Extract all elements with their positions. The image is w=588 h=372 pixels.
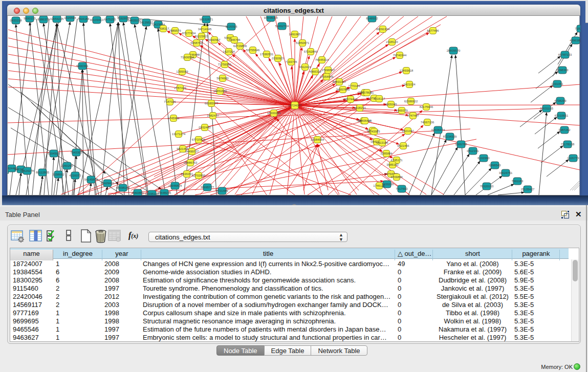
- svg-text:9912419: 9912419: [299, 65, 311, 69]
- svg-text:71906594: 71906594: [181, 56, 194, 59]
- svg-text:7917693: 7917693: [396, 187, 408, 190]
- svg-text:73178108: 73178108: [561, 143, 575, 146]
- svg-text:67737826: 67737826: [192, 138, 206, 141]
- svg-text:4966319: 4966319: [309, 70, 321, 73]
- svg-text:87234309: 87234309: [443, 135, 457, 138]
- svg-text:1399049: 1399049: [176, 70, 188, 73]
- svg-text:2421024: 2421024: [403, 83, 416, 86]
- svg-text:27354549: 27354549: [320, 75, 334, 78]
- svg-text:85574443: 85574443: [344, 98, 358, 101]
- svg-text:82175946: 82175946: [420, 105, 433, 108]
- svg-text:74367136: 74367136: [421, 121, 434, 124]
- svg-text:80831367: 80831367: [333, 80, 346, 83]
- svg-text:02606474: 02606474: [431, 128, 445, 132]
- svg-text:9413186: 9413186: [376, 141, 388, 144]
- svg-text:0330923: 0330923: [272, 57, 284, 60]
- svg-text:9421047: 9421047: [402, 129, 414, 133]
- svg-text:8708317: 8708317: [157, 27, 169, 30]
- svg-text:4738299: 4738299: [554, 99, 567, 102]
- svg-text:6204505: 6204505: [48, 152, 60, 155]
- svg-text:7182278: 7182278: [575, 27, 580, 30]
- svg-text:0812191: 0812191: [467, 149, 479, 152]
- svg-text:02654235: 02654235: [50, 17, 64, 20]
- svg-text:9600133: 9600133: [24, 17, 36, 20]
- svg-text:5674680: 5674680: [216, 77, 229, 80]
- svg-text:8148932: 8148932: [366, 17, 378, 20]
- svg-text:17080531: 17080531: [260, 53, 274, 56]
- svg-text:7346706: 7346706: [228, 38, 241, 41]
- svg-text:4316117: 4316117: [374, 97, 386, 100]
- svg-text:3285884: 3285884: [380, 152, 393, 155]
- svg-text:0932480: 0932480: [199, 126, 211, 129]
- svg-text:2260256: 2260256: [61, 164, 73, 167]
- svg-text:18300295: 18300295: [267, 112, 281, 115]
- svg-text:5009788: 5009788: [455, 143, 467, 146]
- svg-text:13171274: 13171274: [172, 133, 186, 136]
- svg-text:86578091: 86578091: [360, 91, 374, 94]
- svg-text:3518233: 3518233: [354, 106, 366, 110]
- svg-text:3709859: 3709859: [390, 176, 403, 179]
- svg-text:1226916: 1226916: [225, 25, 237, 28]
- svg-text:1746120: 1746120: [373, 184, 385, 187]
- svg-text:1491905: 1491905: [289, 33, 301, 36]
- svg-text:3747407: 3747407: [407, 114, 419, 117]
- svg-text:71756551: 71756551: [218, 63, 232, 66]
- svg-text:4896383: 4896383: [570, 39, 580, 42]
- svg-text:9743953: 9743953: [368, 130, 380, 133]
- svg-text:1031051: 1031051: [551, 82, 563, 85]
- svg-text:76320163: 76320163: [480, 185, 494, 188]
- svg-text:1326773: 1326773: [567, 157, 579, 160]
- svg-text:62386922: 62386922: [404, 100, 418, 103]
- svg-text:28809570: 28809570: [447, 49, 461, 52]
- svg-text:3158692: 3158692: [52, 173, 64, 176]
- svg-text:34624751: 34624751: [499, 171, 513, 174]
- svg-text:4216073: 4216073: [69, 174, 81, 177]
- svg-text:34714345: 34714345: [198, 28, 212, 31]
- svg-text:5098393: 5098393: [556, 69, 569, 72]
- svg-text:7991183: 7991183: [512, 180, 524, 183]
- svg-text:7193745: 7193745: [285, 60, 297, 63]
- svg-text:62729806: 62729806: [233, 45, 247, 48]
- svg-text:7889579: 7889579: [169, 29, 181, 32]
- svg-text:19384554: 19384554: [311, 138, 324, 141]
- svg-text:7543303: 7543303: [70, 151, 82, 154]
- svg-text:0433218: 0433218: [10, 19, 22, 22]
- svg-text:8386379: 8386379: [37, 18, 50, 21]
- svg-text:51850671: 51850671: [296, 41, 310, 45]
- svg-text:2787429: 2787429: [174, 86, 186, 90]
- svg-text:3482477: 3482477: [207, 114, 219, 117]
- svg-text:1615594: 1615594: [64, 16, 76, 19]
- svg-text:6475255: 6475255: [104, 18, 116, 21]
- svg-text:97848018: 97848018: [264, 16, 278, 19]
- svg-text:65648236: 65648236: [158, 191, 171, 194]
- svg-text:34957885: 34957885: [336, 88, 350, 91]
- svg-text:54145868: 54145868: [84, 178, 98, 181]
- svg-text:4005045: 4005045: [385, 103, 397, 106]
- svg-text:81223623: 81223623: [195, 35, 209, 38]
- svg-text:53755646: 53755646: [246, 49, 260, 52]
- svg-text:8677496: 8677496: [427, 29, 439, 32]
- svg-text:99091334: 99091334: [376, 28, 390, 31]
- svg-text:1745961: 1745961: [167, 117, 180, 120]
- svg-text:1969379: 1969379: [396, 109, 408, 112]
- svg-text:65787133: 65787133: [558, 53, 572, 56]
- svg-text:79740344: 79740344: [393, 54, 407, 57]
- svg-text:55698169: 55698169: [116, 186, 130, 189]
- svg-text:80112805: 80112805: [36, 171, 50, 174]
- svg-text:7816184: 7816184: [77, 17, 90, 20]
- svg-text:25135427: 25135427: [521, 188, 535, 191]
- svg-text:6690967: 6690967: [208, 38, 221, 41]
- svg-text:57262849: 57262849: [304, 50, 318, 53]
- svg-text:55886753: 55886753: [184, 161, 198, 164]
- svg-text:04499727: 04499727: [185, 150, 199, 153]
- svg-text:7770143: 7770143: [348, 84, 360, 87]
- svg-text:3387262: 3387262: [558, 128, 571, 132]
- svg-text:7187026: 7187026: [164, 100, 176, 103]
- svg-text:18724007: 18724007: [288, 104, 302, 107]
- svg-text:93103413: 93103413: [90, 18, 104, 21]
- svg-text:36995777: 36995777: [201, 186, 214, 189]
- svg-text:62702895: 62702895: [192, 174, 206, 177]
- svg-text:87277434: 87277434: [182, 32, 196, 35]
- svg-text:6998543: 6998543: [489, 164, 501, 167]
- svg-text:15451680: 15451680: [213, 90, 227, 93]
